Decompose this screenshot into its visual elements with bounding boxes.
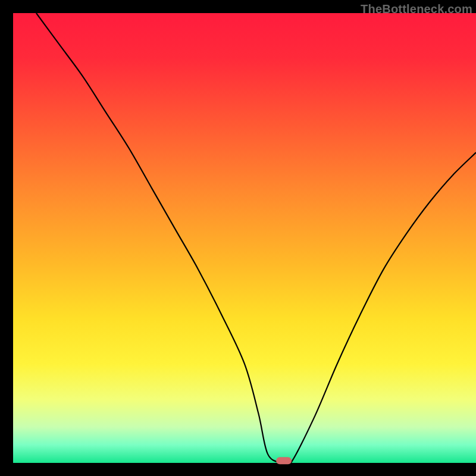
optimal-marker <box>276 457 292 464</box>
chart-container: TheBottleneck.com <box>0 0 476 476</box>
plot-background <box>13 13 476 463</box>
watermark-text: TheBottleneck.com <box>361 2 472 16</box>
bottleneck-chart <box>0 0 476 476</box>
